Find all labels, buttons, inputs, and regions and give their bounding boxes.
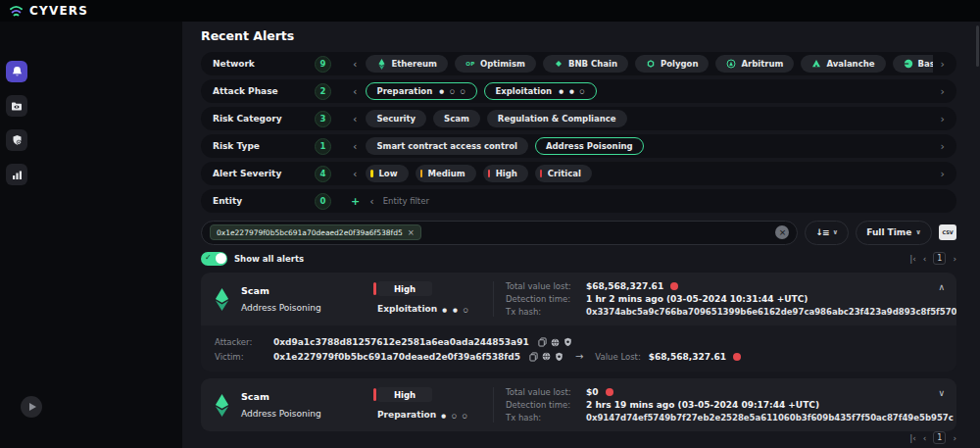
scroll-left-icon[interactable]: ‹	[369, 195, 373, 208]
loss-alert-icon	[606, 388, 613, 396]
victim-line: Victim: 0x1e227979f0b5bc691a70deaed2e0f3…	[215, 351, 943, 362]
chip-label: Preparation	[376, 86, 432, 96]
copy-icon[interactable]	[538, 337, 547, 347]
chip-smart-contract-access-control[interactable]: Smart contract access control	[366, 137, 528, 155]
filter-label: Entity	[213, 196, 315, 206]
chip-security[interactable]: Security	[366, 110, 426, 127]
toggle-knob	[216, 253, 226, 264]
chip-avalanche[interactable]: Avalanche	[801, 55, 885, 73]
first-page-icon[interactable]: |‹	[909, 433, 916, 443]
chip-scam[interactable]: Scam	[433, 110, 480, 127]
scroll-left-icon[interactable]: ‹	[353, 85, 357, 98]
chip-severity-low[interactable]: Low	[366, 165, 408, 182]
total-value-line: Total value lost: $68,568,327.61	[506, 281, 956, 291]
search-row: 0x1e227979f0b5bc691a70deaed2e0f39a6f538f…	[201, 220, 956, 245]
shield-gear-icon	[12, 134, 23, 146]
copy-icon[interactable]	[529, 352, 538, 362]
address-filter-tag: 0x1e227979f0b5bc691a70deaed2e0f39a6f538f…	[210, 224, 421, 240]
loss-alert-icon	[733, 353, 741, 361]
chip-preparation[interactable]: Preparation● ○ ○	[366, 82, 477, 100]
total-value: $0	[586, 387, 599, 397]
chip-optimism[interactable]: OPOptimism	[455, 55, 536, 73]
sidebar-item-analytics[interactable]	[6, 164, 27, 185]
chip-severity-high[interactable]: High	[483, 165, 528, 182]
alert-card-expanded: Attacker: 0xd9a1c3788d81257612e2581a6ea0…	[201, 325, 956, 372]
play-button[interactable]	[21, 396, 42, 418]
chip-label: BNB Chain	[568, 59, 617, 69]
shield-icon[interactable]	[555, 352, 564, 362]
chip-polygon[interactable]: Polygon	[635, 55, 710, 73]
entity-filter-input[interactable]	[383, 196, 599, 206]
scroll-left-icon[interactable]: ‹	[353, 113, 357, 125]
chip-severity-medium[interactable]: Medium	[416, 165, 476, 182]
expand-card-icon[interactable]: ∨	[938, 388, 945, 398]
sidebar-item-protection[interactable]	[6, 129, 27, 151]
scroll-right-icon[interactable]: ›	[933, 58, 945, 71]
next-page-icon[interactable]: ›	[953, 254, 956, 264]
ethereum-icon	[376, 59, 386, 69]
alert-identity: Scam Address Poisoning	[215, 281, 377, 317]
alert-card-header[interactable]: Scam Address Poisoning High Preparation …	[201, 378, 956, 431]
total-value-line: Total value lost: $0	[506, 387, 956, 397]
brand-name: CYVERS	[29, 4, 88, 18]
next-page-icon[interactable]: ›	[953, 433, 956, 443]
filter-count-badge: 3	[315, 111, 331, 127]
time-filter-dropdown[interactable]: Full Time ∨	[856, 221, 932, 245]
chip-arbitrum[interactable]: Arbitrum	[715, 55, 794, 73]
severity-bar	[373, 282, 376, 295]
phase-label: Exploitation	[377, 304, 437, 314]
shield-icon[interactable]	[564, 337, 572, 347]
scroll-right-icon[interactable]: ›	[933, 140, 945, 153]
chevron-down-icon: ∨	[833, 228, 839, 236]
chip-label: Low	[378, 169, 397, 178]
chip-regulation-compliance[interactable]: Regulation & Compliance	[487, 110, 627, 127]
alert-card-header[interactable]: Scam Address Poisoning High Exploitation…	[201, 273, 956, 325]
scroll-right-icon[interactable]: ›	[933, 168, 945, 180]
filter-row-entity: Entity 0 + ‹	[201, 189, 956, 213]
time-filter-value: Full Time	[866, 227, 911, 237]
remove-tag-icon[interactable]: ×	[408, 227, 415, 237]
chip-label: Medium	[428, 169, 466, 178]
alert-card-2: Scam Address Poisoning High Preparation …	[201, 378, 956, 431]
detection-time: 2 hrs 19 mins ago (03-05-2024 09:17:44 +…	[586, 400, 819, 410]
export-csv-button[interactable]: CSV	[939, 224, 956, 240]
filter-label: Alert Severity	[213, 169, 315, 178]
prev-page-icon[interactable]: ‹	[923, 433, 927, 443]
address-search-input[interactable]: 0x1e227979f0b5bc691a70deaed2e0f39a6f538f…	[201, 221, 798, 245]
filter-row-alert-severity: Alert Severity 4 ‹ Low Medium High Criti…	[201, 162, 956, 185]
scroll-left-icon[interactable]: ‹	[353, 58, 357, 71]
scroll-left-icon[interactable]: ‹	[353, 168, 357, 180]
scroll-right-icon[interactable]: ›	[933, 85, 945, 98]
victim-address: 0x1e227979f0b5bc691a70deaed2e0f39a6f538f…	[273, 352, 520, 362]
add-entity-button[interactable]: +	[351, 195, 360, 208]
chip-severity-critical[interactable]: Critical	[535, 165, 592, 182]
collapse-card-icon[interactable]: ∧	[938, 282, 945, 292]
chip-list: Ethereum OPOptimism BNB Chain Polygon Ar…	[366, 55, 932, 73]
sidebar	[0, 22, 33, 448]
scroll-right-icon[interactable]: ›	[933, 113, 945, 125]
explorer-icon[interactable]	[542, 352, 551, 361]
filter-label: Risk Category	[213, 114, 315, 124]
scroll-left-icon[interactable]: ‹	[353, 140, 357, 153]
chip-exploitation[interactable]: Exploitation● ● ○	[484, 82, 597, 100]
sidebar-item-alerts[interactable]	[6, 61, 27, 82]
sort-button[interactable]: ↓≡ ∨	[805, 221, 849, 245]
prev-page-icon[interactable]: ‹	[923, 254, 927, 264]
chip-ethereum[interactable]: Ethereum	[366, 55, 448, 73]
current-page[interactable]: 1	[933, 252, 946, 265]
chip-base[interactable]: Base	[893, 55, 933, 73]
chip-address-poisoning[interactable]: Address Poisoning	[535, 137, 644, 155]
show-all-alerts-toggle[interactable]: ✓	[201, 252, 227, 266]
chip-bnb-chain[interactable]: BNB Chain	[543, 55, 628, 73]
detection-time: 1 hr 2 mins ago (03-05-2024 10:31:44 +UT…	[586, 294, 808, 304]
current-page[interactable]: 1	[933, 431, 946, 444]
alert-card-1: Scam Address Poisoning High Exploitation…	[201, 273, 956, 372]
scrollbar-thumb[interactable]	[976, 25, 979, 67]
explorer-icon[interactable]	[551, 338, 560, 347]
ethereum-icon	[215, 394, 229, 417]
clear-search-icon[interactable]: ×	[775, 225, 789, 239]
chip-label: Ethereum	[391, 59, 437, 69]
first-page-icon[interactable]: |‹	[909, 254, 916, 264]
filter-row-attack-phase: Attack Phase 2 ‹ Preparation● ○ ○ Exploi…	[201, 79, 956, 103]
sidebar-item-monitoring[interactable]	[6, 95, 27, 117]
